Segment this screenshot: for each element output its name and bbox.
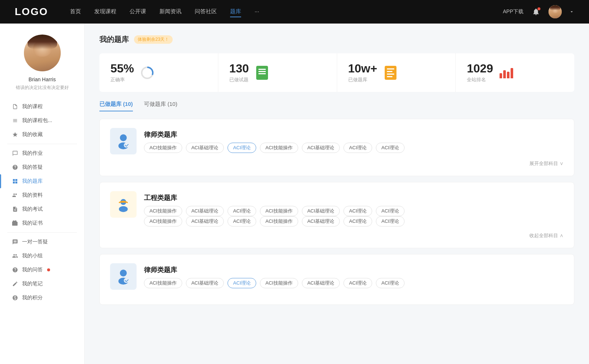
sidebar-item-my-course[interactable]: 我的课程: [0, 100, 84, 114]
sidebar-item-label: 我的考试: [22, 206, 43, 213]
sidebar-item-my-points[interactable]: 我的积分: [0, 291, 84, 305]
stats-row: 55% 正确率 130 已做试题: [99, 53, 574, 92]
bank-card-lawyer-1: 律师类题库 ACI技能操作 ACI基础理论 ACI理论 ACI技能操作 ACI基…: [99, 119, 574, 176]
bank-card-tags-1: ACI技能操作 ACI基础理论 ACI理论 ACI技能操作 ACI基础理论 AC…: [144, 143, 405, 153]
nav-question-bank[interactable]: 题库: [230, 7, 241, 17]
bank-card-tags-2-row2: ACI技能操作 ACI基础理论 ACI理论 ACI技能操作 ACI基础理论 AC…: [144, 216, 564, 226]
sidebar-item-question-bank[interactable]: 我的题库: [0, 174, 84, 188]
nav-discover[interactable]: 发现课程: [94, 7, 116, 17]
bank-tag[interactable]: ACI基础理论: [302, 206, 340, 216]
cert-icon: [12, 220, 18, 226]
bank-tag[interactable]: ACI理论: [343, 278, 372, 288]
sidebar-item-my-qa[interactable]: 我的答疑: [0, 160, 84, 174]
bank-tag[interactable]: ACI理论: [343, 206, 372, 216]
bank-tag[interactable]: ACI基础理论: [302, 278, 340, 288]
bank-tag[interactable]: ACI理论: [343, 216, 372, 226]
bank-tag-active[interactable]: ACI理论: [228, 143, 256, 153]
bank-tag[interactable]: ACI基础理论: [186, 206, 224, 216]
bank-tag-active[interactable]: ACI理论: [228, 278, 256, 288]
navbar-right: APP下载: [503, 5, 574, 18]
sidebar-item-tutoring[interactable]: 一对一答疑: [0, 235, 84, 249]
bank-tag[interactable]: ACI理论: [376, 143, 405, 153]
bank-tag[interactable]: ACI基础理论: [302, 143, 340, 153]
sidebar-item-my-cert[interactable]: 我的证书: [0, 216, 84, 230]
stat-done-questions: 130 已做试题: [218, 53, 337, 92]
sidebar-item-label: 一对一答疑: [22, 239, 48, 245]
page-title-row: 我的题库 体验剩余23天！: [99, 35, 574, 44]
bank-tag[interactable]: ACI基础理论: [302, 216, 340, 226]
sidebar-item-label: 我的积分: [22, 295, 43, 301]
stat-value-accuracy: 55%: [110, 62, 134, 75]
nav-news[interactable]: 新闻资讯: [159, 7, 181, 17]
chevron-down-icon[interactable]: [569, 9, 574, 14]
sidebar-item-label: 我的答疑: [22, 164, 43, 171]
sidebar-item-homework[interactable]: 我的作业: [0, 146, 84, 160]
sidebar-item-label: 我的证书: [22, 220, 43, 226]
doc-icon: [12, 150, 18, 157]
list-orange-icon: [383, 65, 398, 80]
engineer-bank-icon: [110, 191, 137, 218]
sidebar-item-my-exam[interactable]: 我的考试: [0, 202, 84, 216]
bank-tag[interactable]: ACI技能操作: [144, 278, 182, 288]
main-content: 我的题库 体验剩余23天！ 55% 正确率: [85, 24, 589, 364]
avatar-photo: [24, 35, 61, 71]
logo[interactable]: LOGO: [15, 6, 48, 18]
user-avatar[interactable]: [549, 5, 562, 18]
svg-rect-7: [120, 201, 126, 203]
sidebar-item-label: 我的课程: [22, 103, 43, 110]
bank-tag[interactable]: ACI技能操作: [260, 278, 298, 288]
sidebar-item-favorites[interactable]: 我的收藏: [0, 128, 84, 142]
bank-tag[interactable]: ACI技能操作: [144, 206, 182, 216]
svg-point-6: [119, 206, 128, 212]
bank-tag[interactable]: ACI理论: [376, 278, 405, 288]
bank-card-title-1: 律师类题库: [144, 128, 405, 139]
bank-tag[interactable]: ACI技能操作: [260, 143, 298, 153]
bank-tag[interactable]: ACI技能操作: [144, 216, 182, 226]
bank-tag[interactable]: ACI理论: [376, 216, 405, 226]
bank-tag[interactable]: ACI理论: [228, 216, 256, 226]
sidebar-item-my-group[interactable]: 我的小组: [0, 249, 84, 263]
user-motto: 错误的决定比没有决定要好: [16, 85, 69, 91]
notification-bell[interactable]: [531, 7, 541, 17]
sidebar-item-my-notes[interactable]: 我的笔记: [0, 277, 84, 291]
nav-menu: 首页 发现课程 公开课 新闻资讯 问答社区 题库 ···: [70, 7, 503, 17]
tab-done-banks[interactable]: 已做题库 (10): [99, 101, 133, 111]
collapse-button-2[interactable]: 收起全部科目 ∧: [529, 232, 564, 239]
trial-badge: 体验剩余23天！: [134, 35, 173, 44]
bar-chart-red-icon: [499, 65, 514, 80]
stat-label-done: 已做试题: [229, 76, 249, 83]
sidebar-menu: 我的课程 我的课程包... 我的收藏 我的作业: [0, 100, 84, 305]
bank-tag[interactable]: ACI理论: [343, 143, 372, 153]
bank-tag[interactable]: ACI基础理论: [186, 216, 224, 226]
bank-tag[interactable]: ACI理论: [376, 206, 405, 216]
avatar-image: [549, 5, 562, 18]
bar-icon: [12, 117, 18, 124]
nav-home[interactable]: 首页: [70, 7, 81, 17]
nav-qa[interactable]: 问答社区: [195, 7, 217, 17]
bank-card-title-2: 工程类题库: [144, 191, 564, 202]
group-icon: [12, 253, 18, 259]
sidebar-item-my-questions[interactable]: 我的问答: [0, 263, 84, 277]
tab-available-banks[interactable]: 可做题库 (10): [144, 101, 177, 111]
bank-tag[interactable]: ACI理论: [228, 206, 256, 216]
bank-card-engineer: 工程类题库 ACI技能操作 ACI基础理论 ACI理论 ACI技能操作 ACI基…: [99, 182, 574, 248]
bank-tag[interactable]: ACI技能操作: [260, 206, 298, 216]
score-icon: [12, 295, 18, 301]
navbar: LOGO 首页 发现课程 公开课 新闻资讯 问答社区 题库 ··· APP下载: [0, 0, 589, 24]
bank-tag[interactable]: ACI技能操作: [144, 143, 182, 153]
bank-tag[interactable]: ACI基础理论: [186, 143, 224, 153]
app-download-button[interactable]: APP下载: [503, 8, 523, 15]
sidebar-divider-2: [7, 232, 77, 233]
lawyer-icon-2: [114, 268, 132, 285]
sidebar-item-my-info[interactable]: 我的资料: [0, 188, 84, 202]
expand-button-1[interactable]: 展开全部科目 ∨: [529, 160, 564, 167]
file-text-icon: [12, 206, 18, 213]
user-avatar-large: [24, 35, 61, 71]
bank-tag[interactable]: ACI基础理论: [186, 278, 224, 288]
page-wrapper: Brian Harris 错误的决定比没有决定要好 我的课程 我的课程包... …: [0, 24, 589, 364]
nav-open-course[interactable]: 公开课: [130, 7, 146, 17]
bank-tag[interactable]: ACI技能操作: [260, 216, 298, 226]
file-icon: [12, 103, 18, 110]
nav-more[interactable]: ···: [254, 7, 259, 17]
sidebar-item-course-package[interactable]: 我的课程包...: [0, 114, 84, 128]
